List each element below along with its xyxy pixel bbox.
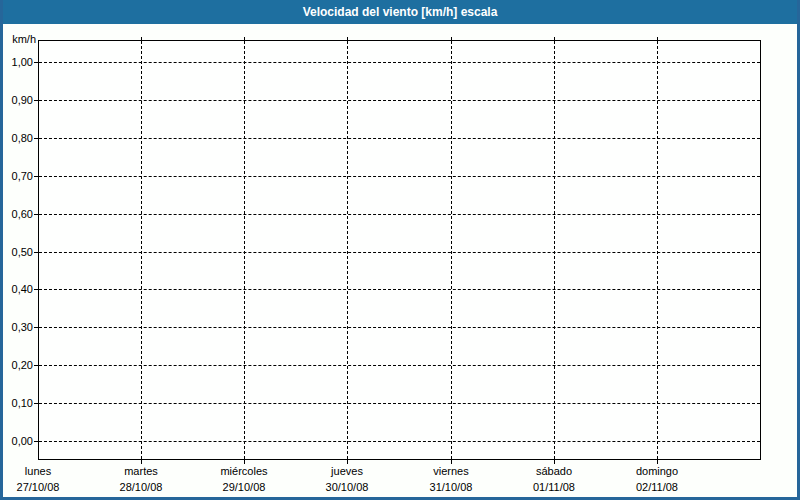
- x-axis-tick-top: [141, 37, 142, 40]
- y-tick-label: 0,60: [0, 207, 33, 221]
- v-gridline: [657, 41, 658, 459]
- y-axis-tick: [34, 138, 38, 139]
- v-gridline: [451, 41, 452, 459]
- v-gridline: [141, 41, 142, 459]
- v-gridline: [347, 41, 348, 459]
- x-date-label: 30/10/08: [295, 480, 399, 494]
- h-gridline: [39, 441, 760, 442]
- x-axis-tick-bottom: [451, 460, 452, 464]
- x-date-label: 02/11/08: [605, 480, 709, 494]
- x-axis-tick-top: [244, 37, 245, 40]
- y-tick-label: 0,10: [0, 396, 33, 410]
- x-day-label: jueves: [295, 464, 399, 478]
- x-day-label: domingo: [605, 464, 709, 478]
- y-tick-label: 0,80: [0, 131, 33, 145]
- h-gridline: [39, 176, 760, 177]
- h-gridline: [39, 252, 760, 253]
- y-tick-label: 0,90: [0, 93, 33, 107]
- h-gridline: [39, 327, 760, 328]
- h-gridline: [39, 100, 760, 101]
- x-date-label: 01/11/08: [502, 480, 606, 494]
- x-day-label: viernes: [399, 464, 503, 478]
- x-date-label: 27/10/08: [0, 480, 90, 494]
- y-tick-label: 0,40: [0, 282, 33, 296]
- y-axis-tick: [34, 62, 38, 63]
- x-date-label: 29/10/08: [192, 480, 296, 494]
- y-tick-label: 1,00: [0, 55, 33, 69]
- x-date-label: 28/10/08: [89, 480, 193, 494]
- x-date-label: 31/10/08: [399, 480, 503, 494]
- h-gridline: [39, 365, 760, 366]
- y-axis-tick: [34, 100, 38, 101]
- x-axis-tick-top: [657, 37, 658, 40]
- y-tick-label: 0,70: [0, 169, 33, 183]
- y-axis-tick: [34, 365, 38, 366]
- v-gridline: [244, 41, 245, 459]
- x-axis-tick-top: [451, 37, 452, 40]
- x-axis-tick-top: [347, 37, 348, 40]
- y-axis-tick: [34, 289, 38, 290]
- y-axis-tick: [34, 214, 38, 215]
- x-day-label: miércoles: [192, 464, 296, 478]
- y-tick-label: 0,30: [0, 320, 33, 334]
- y-axis-tick: [34, 252, 38, 253]
- y-axis-tick: [34, 176, 38, 177]
- x-day-label: sábado: [502, 464, 606, 478]
- x-axis-tick-top: [554, 37, 555, 40]
- v-gridline: [554, 41, 555, 459]
- h-gridline: [39, 214, 760, 215]
- y-axis-tick: [34, 327, 38, 328]
- x-axis-tick-bottom: [141, 460, 142, 464]
- x-day-label: lunes: [0, 464, 90, 478]
- x-day-label: martes: [89, 464, 193, 478]
- x-axis-tick-bottom: [347, 460, 348, 464]
- plot-area: [38, 40, 761, 460]
- y-tick-label: 0,50: [0, 245, 33, 259]
- titlebar: Velocidad del viento [km/h] escala: [0, 0, 800, 24]
- y-tick-label: 0,00: [0, 434, 33, 448]
- h-gridline: [39, 138, 760, 139]
- y-axis-tick: [34, 441, 38, 442]
- chart-title: Velocidad del viento [km/h] escala: [303, 5, 498, 19]
- x-axis-tick-bottom: [657, 460, 658, 464]
- y-axis-tick: [34, 403, 38, 404]
- x-axis-tick-bottom: [244, 460, 245, 464]
- h-gridline: [39, 403, 760, 404]
- h-gridline: [39, 62, 760, 63]
- x-axis-tick-bottom: [554, 460, 555, 464]
- y-tick-label: 0,20: [0, 358, 33, 372]
- y-axis-unit-label: km/h: [0, 33, 36, 46]
- h-gridline: [39, 289, 760, 290]
